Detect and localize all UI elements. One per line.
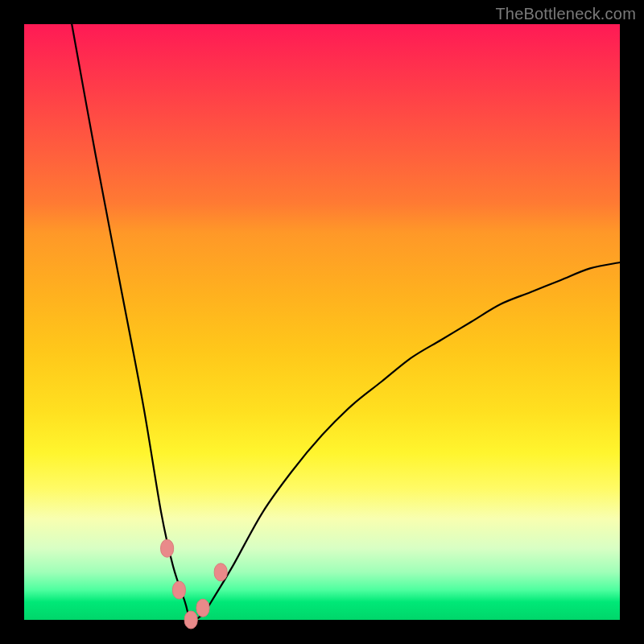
marker bbox=[196, 599, 209, 617]
curve-path bbox=[72, 24, 620, 621]
near-min-markers bbox=[161, 539, 228, 629]
plot-area bbox=[24, 24, 620, 620]
chart-stage: TheBottleneck.com bbox=[0, 0, 644, 644]
marker bbox=[184, 611, 197, 629]
watermark-text: TheBottleneck.com bbox=[495, 5, 636, 23]
marker bbox=[161, 539, 174, 557]
marker bbox=[172, 581, 185, 599]
marker bbox=[214, 564, 227, 581]
bottleneck-curve bbox=[24, 24, 620, 620]
